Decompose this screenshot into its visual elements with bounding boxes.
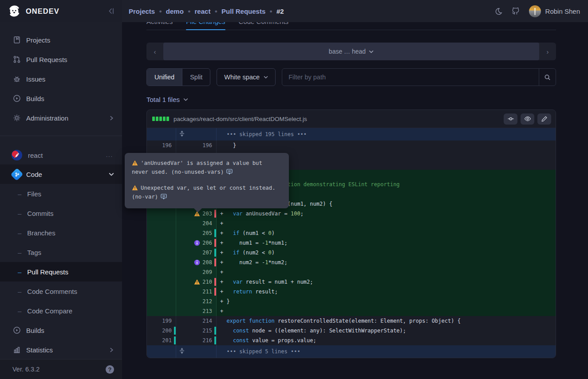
file-actions xyxy=(504,113,551,125)
code-line: const node = ((element: any): SelectWith… xyxy=(217,326,556,336)
tooltip-arrow xyxy=(194,208,202,212)
help-icon[interactable]: ? xyxy=(106,365,114,374)
warning-icon xyxy=(132,185,138,191)
dash-bullet: – xyxy=(18,268,21,276)
comment-icon[interactable] xyxy=(161,194,167,199)
code-subnav: –Files–Commits–Branches–Tags–Pull Reques… xyxy=(0,184,122,320)
file-diff-card: packages/react-dom/src/client/ReactDOMSe… xyxy=(146,109,556,358)
expand-lines-icon[interactable] xyxy=(179,130,185,137)
expand-lines-icon[interactable] xyxy=(179,348,185,354)
breadcrumb-react[interactable]: react xyxy=(195,8,211,15)
chevron-down-icon xyxy=(264,75,268,79)
prev-commit-button[interactable]: ‹ xyxy=(146,43,163,60)
moon-icon[interactable] xyxy=(495,8,502,15)
old-line-number[interactable]: 201 xyxy=(162,336,172,345)
new-line-number[interactable]: 213 xyxy=(202,306,212,316)
old-line-number[interactable]: 200 xyxy=(162,326,172,336)
bar-chart-icon xyxy=(12,345,21,354)
sidebar-subitem-commits[interactable]: –Commits xyxy=(0,203,122,223)
sidebar-subitem-tags[interactable]: –Tags xyxy=(0,242,122,262)
tab-code-comments[interactable]: Code Comments xyxy=(239,22,289,30)
search-button[interactable] xyxy=(539,69,556,86)
pull-request-icon xyxy=(12,55,21,64)
breadcrumb-demo[interactable]: demo xyxy=(166,8,184,15)
total-files-toggle[interactable]: Total 1 files xyxy=(146,96,188,103)
tab-activities[interactable]: Activities xyxy=(146,22,173,30)
coverage-marker-teal xyxy=(214,249,216,257)
added-stat-square xyxy=(152,117,155,121)
new-line-number[interactable]: 203 xyxy=(202,209,212,219)
new-line-number[interactable]: 212 xyxy=(202,297,212,306)
sidebar-project-react[interactable]: react ... xyxy=(0,146,122,164)
eye-icon-button[interactable] xyxy=(521,113,534,125)
old-line-number[interactable]: 199 xyxy=(162,316,172,326)
breadcrumb-pull-requests[interactable]: Pull Requests xyxy=(221,8,265,15)
breadcrumb-projects[interactable]: Projects xyxy=(129,8,155,15)
split-button[interactable]: Split xyxy=(182,69,210,86)
sidebar-item-projects[interactable]: Projects xyxy=(0,30,122,50)
unified-button[interactable]: Unified xyxy=(147,69,182,86)
project-name: react xyxy=(28,152,43,159)
whitespace-dropdown[interactable]: White space xyxy=(217,68,276,86)
sidebar-item-issues[interactable]: Issues xyxy=(0,69,122,89)
commit-range-selector[interactable]: base … head xyxy=(163,43,539,60)
diff-skip-row: ••• skipped 5 lines ••• xyxy=(147,345,556,358)
diff-row: 205+ if (num1 < 0) xyxy=(147,228,556,238)
code-branch-icon xyxy=(12,170,21,179)
sidebar-subitem-code-compare[interactable]: –Code Compare xyxy=(0,301,122,320)
diff-row: 209+ xyxy=(147,267,556,277)
new-line-number[interactable]: 214 xyxy=(202,316,212,326)
sidebar-item-builds[interactable]: Builds xyxy=(0,89,122,108)
book-icon xyxy=(12,35,21,44)
comment-icon[interactable] xyxy=(226,169,233,175)
new-line-number[interactable]: 196 xyxy=(202,141,212,150)
info-icon[interactable] xyxy=(194,240,200,246)
github-icon[interactable] xyxy=(511,7,520,16)
warning-icon[interactable] xyxy=(194,279,200,285)
new-line-number[interactable]: 204 xyxy=(202,219,212,228)
new-line-number[interactable]: 205 xyxy=(202,228,212,238)
dash-bullet: – xyxy=(18,307,21,315)
new-line-number[interactable]: 211 xyxy=(202,287,212,297)
new-line-number[interactable]: 208 xyxy=(202,258,212,267)
new-line-number[interactable]: 210 xyxy=(202,277,212,287)
project-menu-icon[interactable]: ... xyxy=(106,152,113,158)
code-line: + } xyxy=(217,297,556,306)
added-stat-square xyxy=(159,117,162,121)
play-circle-icon xyxy=(12,94,21,103)
sidebar-subitem-branches[interactable]: –Branches xyxy=(0,223,122,242)
sidebar-item-statistics[interactable]: Statistics xyxy=(0,340,122,359)
tab-file-changes[interactable]: File Changes xyxy=(186,22,225,30)
coverage-marker-red xyxy=(214,258,216,266)
diff-mode-toggle: Unified Split xyxy=(146,68,210,86)
next-commit-button[interactable]: › xyxy=(539,43,556,60)
new-line-number[interactable]: 215 xyxy=(202,326,212,336)
info-icon[interactable] xyxy=(194,259,200,266)
user-menu[interactable]: Robin Shen xyxy=(529,5,580,17)
filter-by-path-input[interactable] xyxy=(282,69,539,86)
diff-row: 207+ if (num2 < 0) xyxy=(147,248,556,258)
new-line-number[interactable]: 206 xyxy=(202,238,212,248)
sidebar-item-code[interactable]: Code xyxy=(0,164,122,184)
pencil-icon-button[interactable] xyxy=(537,113,551,125)
sidebar-nav: Projects Pull Requests Issues Builds xyxy=(0,22,122,359)
commit-icon-button[interactable] xyxy=(504,113,517,125)
new-line-number[interactable]: 216 xyxy=(202,336,212,345)
new-line-number[interactable]: 209 xyxy=(202,267,212,277)
new-line-number[interactable]: 207 xyxy=(202,248,212,258)
sidebar-subitem-pull-requests[interactable]: –Pull Requests xyxy=(0,262,122,281)
sidebar-item-label: Projects xyxy=(26,36,114,44)
sidebar-subitem-label: Tags xyxy=(27,249,41,256)
code-line: const value = props.value; xyxy=(217,336,556,345)
sidebar-item-pull-requests[interactable]: Pull Requests xyxy=(0,50,122,69)
old-line-number[interactable]: 196 xyxy=(162,141,172,150)
code-line: + xyxy=(217,267,556,277)
sidebar-item-builds-lower[interactable]: Builds xyxy=(0,320,122,340)
sidebar-item-administration[interactable]: Administration xyxy=(0,108,122,128)
sidebar-subitem-code-comments[interactable]: –Code Comments xyxy=(0,281,122,301)
sidebar-subitem-files[interactable]: –Files xyxy=(0,184,122,203)
sidebar-collapse-button[interactable] xyxy=(108,8,115,15)
eslint-message-text: 'anUnusedVar' is assigned a value but ne… xyxy=(132,160,262,175)
version-label: Ver. 6.3.2 xyxy=(12,366,39,373)
file-path[interactable]: packages/react-dom/src/client/ReactDOMSe… xyxy=(174,116,504,122)
